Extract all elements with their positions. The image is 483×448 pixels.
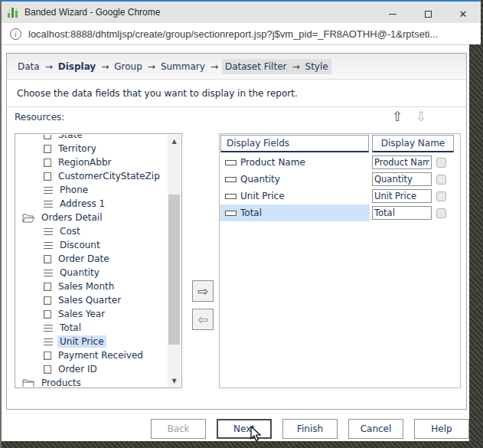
tree-item-quantity[interactable]: Quantity [16,266,168,280]
window-titlebar: Banded Wizard - Google Chrome ✕ [0,0,483,23]
field-label: Product Name [240,157,305,168]
left-arrow-icon: ⇦ [197,312,208,327]
tree-item-sales-month[interactable]: Sales Month [16,280,168,293]
field-icon [225,194,237,199]
display-fields-header: Display Fields [220,135,369,152]
wizard-step-data[interactable]: Data [16,60,41,74]
mouse-cursor [250,426,262,443]
row-checkbox[interactable] [436,175,446,185]
tree-item-label: Products [39,377,83,387]
tree-item-territory[interactable]: Territory [16,142,168,155]
tree-item-label: Discount [57,239,103,251]
desktop-background [0,441,483,448]
tree-item-customercitystatezip[interactable]: CustomerCityStateZip [16,169,168,183]
column-icon [44,145,51,153]
column-icon [44,365,51,374]
tree-item-label: Sales Quarter [56,294,123,306]
field-label: Total [240,208,262,218]
wizard-button-row: Back Next Finish Cancel Help [151,419,469,439]
field-icon [225,211,237,216]
back-button[interactable]: Back [151,419,206,439]
tree-item-label: Order Date [56,253,112,265]
instruction-text: Choose the data fields that you want to … [17,88,298,99]
tree-scrollbar[interactable]: ▲ ▼ [168,135,181,387]
tree-item-cost[interactable]: Cost [16,224,168,238]
tree-item-label: Cost [57,225,83,237]
tree-item-label: Payment Received [56,349,145,361]
wizard-step-style[interactable]: Style [304,60,330,74]
formula-field-icon [44,242,53,249]
field-icon [225,160,237,165]
folder-open-icon [22,213,34,223]
wizard-instruction: Choose the data fields that you want to … [7,80,466,107]
tree-item-state[interactable]: State [16,135,168,142]
row-checkbox[interactable] [436,191,446,201]
table-row-product-name[interactable]: Product Name [220,154,460,171]
display-name-input[interactable] [372,189,432,203]
tree-item-label: Order ID [56,363,100,375]
tree-item-order-id[interactable]: Order ID [16,362,168,376]
move-down-button[interactable]: ⇩ [416,110,426,123]
tree-item-label: RegionAbbr [56,156,113,168]
tree-item-address-1[interactable]: Address 1 [16,197,168,211]
wizard-step-summary[interactable]: Summary [159,60,207,74]
tree-item-unit-price[interactable]: Unit Price [16,335,168,348]
display-name-header: Display Name [372,135,454,152]
next-button[interactable]: Next [217,419,272,439]
row-checkbox[interactable] [436,208,446,218]
wizard-container: Data → Display → Group → Summary → Datas… [6,53,467,410]
step-arrow: → [144,61,159,72]
table-row-total[interactable]: Total [220,204,460,221]
column-icon [44,255,51,263]
address-bar[interactable]: localhost:8888/dhtmljsp/create/group/sec… [0,23,483,45]
field-label: Quantity [240,174,280,185]
display-name-input[interactable] [372,172,432,186]
tree-item-orders-detail[interactable]: Orders Detail [16,211,168,224]
tree-item-products[interactable]: Products [16,376,168,387]
info-icon[interactable] [10,28,21,40]
tree-item-regionabbr[interactable]: RegionAbbr [16,155,168,169]
url-text[interactable]: localhost:8888/dhtmljsp/create/group/sec… [28,28,438,40]
add-field-button[interactable]: ⇨ [192,280,214,302]
move-up-button[interactable]: ⇧ [392,110,403,123]
tree-item-payment-received[interactable]: Payment Received [16,348,168,362]
formula-field-icon [44,228,53,235]
wizard-step-dataset-filter[interactable]: Dataset Filter [224,60,289,74]
maximize-button[interactable] [410,3,445,25]
display-name-input[interactable] [372,206,432,220]
cancel-button[interactable]: Cancel [348,419,403,439]
window-left-border [0,0,2,448]
column-icon [44,296,51,305]
tree-item-label: Orders Detail [39,211,105,224]
tree-item-label: State [56,135,85,141]
scrollbar-down-icon[interactable]: ▼ [168,374,181,387]
finish-button[interactable]: Finish [282,419,338,439]
row-checkbox[interactable] [436,158,446,168]
column-icon [44,283,51,291]
scrollbar-thumb[interactable] [168,195,180,345]
formula-field-icon [44,187,53,194]
tree-item-order-date[interactable]: Order Date [16,252,168,266]
right-arrow-icon: ⇨ [197,283,208,299]
wizard-step-display[interactable]: Display [57,60,97,74]
window-title: Banded Wizard - Google Chrome [24,7,160,18]
display-name-input[interactable] [372,155,432,169]
table-row-unit-price[interactable]: Unit Price [220,188,460,204]
minimize-button[interactable] [375,3,410,25]
remove-field-button[interactable]: ⇦ [192,309,214,330]
wizard-step-group[interactable]: Group [113,60,144,74]
tree-item-sales-quarter[interactable]: Sales Quarter [16,293,168,307]
tree-item-label: Address 1 [57,198,107,210]
close-button[interactable]: ✕ [445,3,481,25]
tree-item-phone[interactable]: Phone [16,183,168,197]
tree-item-label: Sales Year [56,308,107,320]
tree-item-label: Phone [57,184,90,196]
field-label: Unit Price [240,191,285,201]
tree-item-sales-year[interactable]: Sales Year [16,307,168,321]
tree-item-discount[interactable]: Discount [16,238,168,252]
step-arrow: → [97,61,113,72]
help-button[interactable]: Help [414,419,469,439]
tree-item-total[interactable]: Total [16,321,168,335]
table-row-quantity[interactable]: Quantity [220,171,460,188]
scrollbar-up-icon[interactable]: ▲ [168,135,181,147]
